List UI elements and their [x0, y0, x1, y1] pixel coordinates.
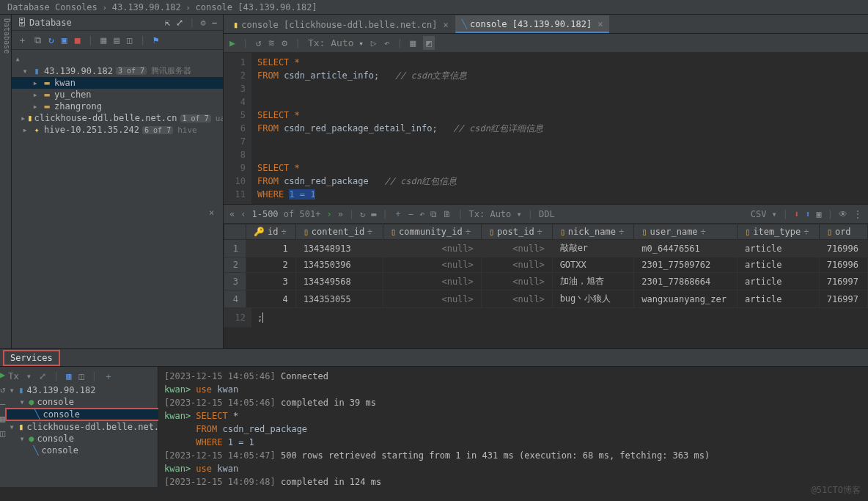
table-row[interactable]: 44134353055<null><null>bug丶小狼人wangxuanya… [224, 290, 868, 308]
result-panel: × « ‹ 1-500 of 501+ › » | ↻ ▬ | ＋ − ↶ ⧉ … [224, 204, 868, 308]
services-toolbar-strip: ▶ ↺ — ▦ ◫ [0, 367, 5, 487]
next-page-icon[interactable]: › [326, 209, 331, 219]
close-icon[interactable]: × [597, 19, 603, 29]
tab-console-tencent[interactable]: ╲console [43.139.90.182]× [455, 15, 610, 33]
services-tree: Tx▾ ⤢ | ▦ ◫ | ＋ ▾▮43.139.90.182 ▾●consol… [5, 367, 169, 487]
tree-hive[interactable]: ▸✦hive-10.251.35.2426 of 7hive [12, 124, 223, 136]
add-icon[interactable]: ＋ [104, 370, 113, 383]
dump-icon[interactable]: 🗎 [443, 209, 452, 219]
result-grid[interactable]: 🔑id÷ ▯content_id÷ ▯community_id÷ ▯post_i… [224, 224, 868, 308]
sep: | [243, 37, 249, 48]
window-icon[interactable]: ◫ [0, 428, 5, 439]
table-row[interactable]: 22134350396<null><null>GOTXX2301_7750976… [224, 257, 868, 273]
editor-toolbar: ▶ | ↺ ≋ ⚙ | Tx: Auto ▾ ▷ ↶ | ▦ ◩ [224, 34, 868, 53]
left-tool-strip[interactable]: Database [0, 15, 12, 348]
col-nick-name[interactable]: ▯nick_name÷ [552, 224, 634, 240]
services-tab[interactable]: Services [3, 350, 60, 366]
svc-node-console-ck-leaf[interactable]: ╲console [5, 445, 169, 456]
first-page-icon[interactable]: « [229, 209, 235, 219]
commit-icon[interactable]: ⧉ [430, 209, 437, 219]
export-down-icon[interactable]: ⬇ [794, 209, 799, 219]
filter-icon[interactable]: ⚑ [153, 34, 159, 45]
run-icon[interactable]: ▶ [0, 370, 5, 380]
col-ord[interactable]: ▯ord [819, 224, 867, 240]
history-icon[interactable]: ↺ [256, 37, 262, 48]
eye-icon[interactable]: 👁 [839, 209, 847, 219]
expand-icon[interactable]: ⤢ [39, 371, 46, 381]
grid-icon[interactable]: ▤ [114, 34, 119, 45]
grid-icon[interactable]: ▦ [0, 414, 5, 424]
tree-clickhouse[interactable]: ▸▮clickhouse-ddl.belle.net.cn1 of 7uat-c… [12, 112, 223, 124]
tree-schema-zhangrong[interactable]: ▸▬zhangrong [12, 100, 223, 112]
sep: | [397, 37, 403, 48]
col-user-name[interactable]: ▯user_name÷ [634, 224, 738, 240]
run-icon[interactable]: ▣ [62, 34, 67, 45]
database-header: 🗄 Database ⇱ ⤢ | ⚙ − [12, 15, 223, 31]
copy-icon[interactable]: ⧉ [34, 34, 41, 46]
explain-icon[interactable]: ≋ [268, 37, 274, 48]
col-post-id[interactable]: ▯post_id÷ [481, 224, 552, 240]
hide-icon[interactable]: − [212, 18, 217, 28]
tree-schema-yuchen[interactable]: ▸▬yu_chen [12, 89, 223, 100]
collapse-icon[interactable]: ⇱ [165, 18, 170, 28]
window-icon[interactable]: ◫ [127, 34, 133, 45]
col-community-id[interactable]: ▯community_id÷ [383, 224, 481, 240]
col-id[interactable]: 🔑id÷ [246, 224, 296, 240]
svc-node-console-leaf[interactable]: ╲console [5, 408, 169, 421]
db-tree: ▴ ▾▮43.139.90.1823 of 7腾讯服务器 ▸▬kwan ▸▬yu… [12, 50, 223, 348]
csv-button[interactable]: CSV ▾ [751, 209, 777, 219]
reload-icon[interactable]: ↻ [360, 209, 365, 219]
panel-icon[interactable]: ◫ [78, 371, 84, 381]
code-lines[interactable]: SELECT * FROM csdn_article_info; // csdn… [251, 53, 868, 204]
add-icon[interactable]: ＋ [18, 34, 27, 47]
result-toolbar: « ‹ 1-500 of 501+ › » | ↻ ▬ | ＋ − ↶ ⧉ 🗎 … [224, 205, 868, 224]
svc-node-console[interactable]: ▾●console [5, 396, 169, 408]
stop-icon[interactable]: ■ [75, 34, 81, 45]
rollback-icon[interactable]: ↶ [384, 37, 390, 48]
sql-editor-bottom[interactable]: 12 ; [224, 308, 868, 327]
db-title: Database [29, 18, 72, 28]
sql-editor[interactable]: 1234567891011 SELECT * FROM csdn_article… [224, 53, 868, 204]
settings-icon[interactable]: ⚙ [282, 37, 287, 48]
divider: | [189, 18, 194, 28]
tree-root[interactable]: ▾▮43.139.90.1823 of 7腾讯服务器 [12, 65, 223, 77]
close-result-icon[interactable]: × [209, 208, 214, 218]
del-icon[interactable]: ▬ [371, 209, 376, 219]
gear-icon[interactable]: ⚙ [201, 18, 206, 28]
history-icon[interactable]: ↺ [0, 384, 5, 395]
run-icon[interactable]: ▶ [229, 37, 235, 48]
grid-view-icon[interactable]: ▦ [410, 37, 416, 48]
tx-mode-result[interactable]: Tx: Auto ▾ [469, 209, 522, 219]
svc-node-console-ck[interactable]: ▾●console [5, 433, 169, 445]
table-row[interactable]: 11134348913<null><null>敲敲erm0_64476561ar… [224, 240, 868, 257]
remove-row-icon[interactable]: − [408, 209, 413, 219]
add-row-icon[interactable]: ＋ [394, 208, 402, 220]
layout-icon[interactable]: ▦ [66, 371, 71, 381]
prev-page-icon[interactable]: ‹ [240, 209, 246, 219]
svc-node-tencent[interactable]: ▾▮43.139.90.182 [5, 384, 169, 396]
attach-icon[interactable]: ◩ [423, 36, 435, 50]
db-icon: 🗄 [18, 18, 26, 28]
svc-node-ck[interactable]: ▾▮clickhouse-ddl.belle.net.cn [5, 421, 169, 433]
tab-console-ck[interactable]: ▮console [clickhouse-ddl.belle.net.cn]× [227, 15, 455, 33]
tree-collapse-all[interactable]: ▴ [12, 53, 223, 65]
sep2: | [140, 34, 146, 45]
export-icon[interactable]: ▣ [817, 209, 822, 219]
more-icon[interactable]: ⋮ [853, 209, 862, 219]
tx-mode[interactable]: Tx: Auto ▾ [308, 37, 364, 48]
expand-icon[interactable]: ⤢ [176, 18, 183, 28]
col-content-id[interactable]: ▯content_id÷ [295, 224, 383, 240]
commit-icon[interactable]: ▷ [371, 37, 377, 48]
refresh-icon[interactable]: ↻ [48, 34, 54, 45]
last-page-icon[interactable]: » [338, 209, 343, 219]
close-icon[interactable]: × [444, 20, 449, 30]
ddl-button[interactable]: DDL [539, 209, 555, 219]
export-up-icon[interactable]: ⬆ [805, 209, 810, 219]
services-log[interactable]: [2023-12-15 14:05:46] Connected kwan> us… [158, 367, 868, 487]
col-item-type[interactable]: ▯item_type÷ [737, 224, 819, 240]
revert-icon[interactable]: ↶ [419, 209, 424, 219]
table-row[interactable]: 33134349568<null><null>加油，旭杏2301_7786866… [224, 273, 868, 290]
diag-icon[interactable]: ▦ [100, 34, 106, 45]
tree-schema-kwan[interactable]: ▸▬kwan [12, 77, 223, 89]
chevron-down-icon[interactable]: ▾ [26, 371, 32, 381]
